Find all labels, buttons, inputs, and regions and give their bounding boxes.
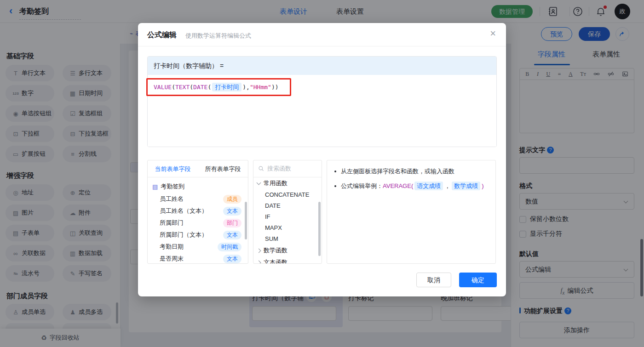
function-item[interactable]: MAPX (253, 222, 322, 233)
function-group[interactable]: 数学函数 (253, 245, 322, 256)
variable-item[interactable]: 所属部门（文本） 文本 (148, 229, 248, 241)
variables-scrollbar[interactable] (245, 202, 247, 239)
variables-panel: 当前表单字段所有表单字段 ▤ 考勤签到 员工姓名 成员 员工姓名（文本） 文本 … (147, 160, 248, 264)
close-icon[interactable]: × (490, 28, 496, 39)
hint-line-1: 从左侧面板选择字段名和函数，或输入函数 (334, 167, 491, 176)
form-doc-icon: ▤ (152, 183, 158, 190)
type-badge: 文本 (223, 207, 242, 216)
modal-title: 公式编辑 (147, 30, 177, 40)
bullet-dot (334, 171, 336, 172)
type-badge: 文本 (223, 255, 242, 263)
variables-tab[interactable]: 当前表单字段 (148, 160, 198, 177)
function-item[interactable]: CONCATENATE (253, 189, 322, 200)
variable-item[interactable]: 员工姓名 成员 (148, 193, 248, 205)
bullet-dot (334, 185, 336, 187)
modal-subtitle: 使用数学运算符编辑公式 (185, 32, 251, 40)
hint-panel: 从左侧面板选择字段名和函数，或输入函数 公式编辑举例：AVERAGE(语文成绩，… (327, 160, 496, 264)
function-item[interactable]: IF (253, 211, 322, 222)
cancel-button[interactable]: 取消 (416, 273, 451, 287)
formula-target: 打卡时间（数字辅助） = (148, 57, 496, 75)
functions-scrollbar[interactable] (318, 202, 321, 256)
functions-panel: 搜索函数 常用函数 CONCATENATEDATEIFMAPXSUM 数学函数 … (253, 160, 322, 264)
variable-item[interactable]: 所属部门 部门 (148, 217, 248, 229)
type-badge: 文本 (223, 231, 242, 239)
caret-right-icon (257, 248, 261, 253)
function-group-common[interactable]: 常用函数 (253, 177, 322, 189)
caret-right-icon (257, 260, 261, 264)
caret-down-icon (257, 181, 261, 185)
variables-tab[interactable]: 所有表单字段 (198, 160, 248, 177)
variable-item[interactable]: 考勤日期 时间戳 (148, 241, 248, 253)
confirm-button[interactable]: 确定 (459, 273, 497, 287)
function-item[interactable]: DATE (253, 200, 322, 211)
type-badge: 成员 (223, 195, 242, 204)
search-placeholder: 搜索函数 (267, 165, 291, 173)
variable-item[interactable]: 员工姓名（文本） 文本 (148, 205, 248, 217)
function-group[interactable]: 文本函数 (253, 256, 322, 264)
formula-input-area[interactable]: VALUE(TEXT(DATE(打卡时间),"HHmm")) (148, 75, 496, 147)
type-badge: 时间戳 (218, 243, 242, 251)
divider (138, 46, 506, 46)
function-search-input[interactable]: 搜索函数 (253, 160, 322, 177)
type-badge: 部门 (223, 219, 242, 228)
hint-line-2: 公式编辑举例：AVERAGE(语文成绩，数学成绩) (334, 182, 491, 191)
formula-expression[interactable]: VALUE(TEXT(DATE(打卡时间),"HHmm")) (154, 83, 279, 91)
function-item[interactable]: SUM (253, 233, 322, 245)
formula-editor-box: 打卡时间（数字辅助） = VALUE(TEXT(DATE(打卡时间),"HHmm… (147, 56, 497, 147)
formula-editor-modal: 公式编辑 使用数学运算符编辑公式 × 打卡时间（数字辅助） = VALUE(TE… (138, 23, 506, 296)
search-icon (258, 165, 264, 172)
variable-item[interactable]: 是否周末 文本 (148, 253, 248, 264)
form-root-node[interactable]: ▤ 考勤签到 (148, 180, 248, 193)
